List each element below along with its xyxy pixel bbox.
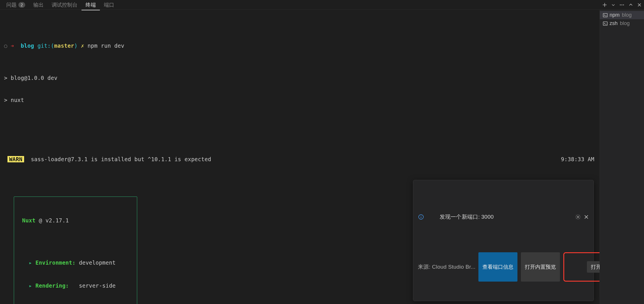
terminal-icon [603,21,608,26]
session-name: npm [610,12,620,18]
session-sub: blog [622,12,632,18]
open-browser-highlight: 打开浏览器 [563,252,600,281]
svg-point-0 [620,4,621,5]
toast-source-label: 来源: [418,264,432,270]
session-sub: blog [620,20,630,26]
open-browser-button[interactable]: 打开浏览器 [587,261,600,273]
svg-point-2 [623,4,624,5]
prompt-line: ○ ➜ blog git:(master) ✗ npm run dev [4,42,594,50]
gear-icon[interactable] [575,214,581,220]
info-icon [418,199,437,235]
svg-point-5 [421,216,421,216]
tab-terminal[interactable]: 终端 [82,0,100,10]
svg-point-1 [621,4,622,5]
nuxt-info-box: Nuxt @ v2.17.1 ▸ Environment: developmen… [14,197,137,304]
tab-problems[interactable]: 问题 2 [2,0,29,10]
tab-debug-console[interactable]: 调试控制台 [48,0,82,10]
tab-ports[interactable]: 端口 [100,0,118,10]
session-name: zsh [610,20,618,26]
view-port-info-button[interactable]: 查看端口信息 [478,252,517,281]
maximize-panel-icon[interactable] [629,3,633,7]
tab-label: 输出 [33,1,44,8]
tab-label: 调试控制台 [52,1,77,8]
close-icon[interactable] [584,214,589,220]
terminal-session-npm[interactable]: npm blog [600,11,644,19]
run-line: > nuxt [4,97,594,104]
svg-point-6 [577,216,579,218]
port-discovered-toast: 发现一个新端口: 3000 来源: Cloud Studio Br... 查看端… [413,180,594,301]
more-icon[interactable] [619,2,624,7]
tab-label: 端口 [104,1,114,8]
tab-label: 问题 [6,1,17,8]
new-terminal-button[interactable] [602,2,607,7]
open-preview-button[interactable]: 打开内置预览 [521,252,560,281]
warn-line: WARN sass-loader@7.3.1 is installed but … [4,156,594,163]
run-line: > blog@1.0.0 dev [4,74,594,82]
close-panel-icon[interactable] [637,3,642,7]
problems-badge: 2 [18,2,25,8]
terminal-icon [603,13,608,18]
terminal-session-zsh[interactable]: zsh blog [600,19,644,28]
terminal-sessions-panel: npm blog zsh blog [600,10,644,304]
svg-rect-7 [603,13,608,17]
terminal-output[interactable]: ○ ➜ blog git:(master) ✗ npm run dev > bl… [0,10,600,304]
chevron-down-icon[interactable] [611,3,615,7]
toast-title: 发现一个新端口: 3000 [440,213,572,221]
tab-label: 终端 [86,1,96,8]
svg-rect-8 [603,22,608,25]
toast-source-value: Cloud Studio Br... [432,264,475,270]
tab-output[interactable]: 输出 [29,0,48,10]
